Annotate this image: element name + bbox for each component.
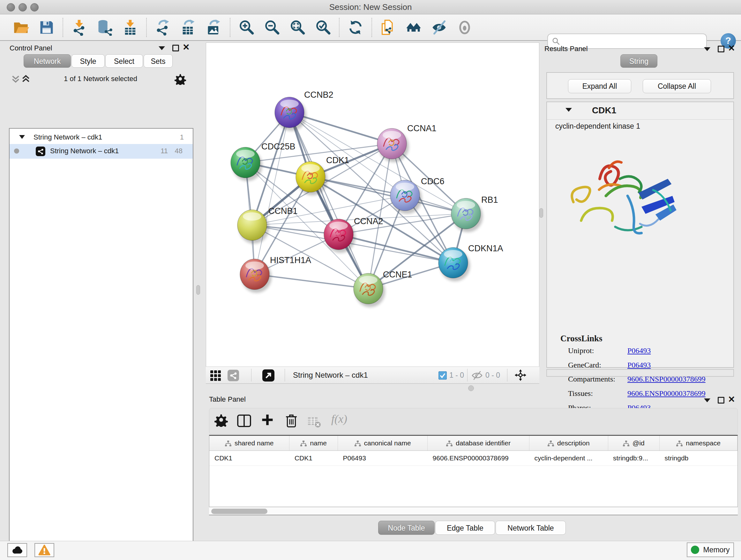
tab-edge-table[interactable]: Edge Table (435, 521, 495, 535)
crosslink-link[interactable]: P06493 (627, 347, 651, 355)
gear-icon[interactable] (174, 73, 186, 85)
network-canvas[interactable]: CCNB2CCNA1CDC25BCDK1CDC6RB1CCNB1CCNA2CDK… (206, 43, 539, 367)
zoom-window-button[interactable] (30, 3, 39, 11)
cloud-status-button[interactable] (7, 543, 27, 557)
node-label: CDK1 (326, 155, 349, 165)
panel-menu-icon[interactable] (704, 398, 711, 402)
close-panel-icon[interactable]: ✕ (728, 396, 735, 403)
birdseye-view-icon[interactable] (262, 369, 274, 381)
zoom-out-icon[interactable] (263, 17, 281, 37)
network-view-icon[interactable] (227, 370, 239, 381)
table-cell[interactable]: CDK1 (209, 451, 289, 466)
table-row[interactable]: CDK1CDK1P064939606.ENSP00000378699cyclin… (209, 451, 738, 466)
table-cell[interactable]: CDK1 (289, 451, 338, 466)
delete-column-icon[interactable] (285, 413, 298, 428)
tab-network-table[interactable]: Network Table (495, 521, 566, 535)
warning-status-button[interactable] (35, 543, 54, 557)
export-network-icon[interactable] (153, 17, 172, 37)
tab-style[interactable]: Style (71, 54, 105, 68)
section-expander-icon[interactable] (565, 108, 572, 112)
network-row-selected[interactable]: String Network – cdk1 11 48 (10, 144, 193, 159)
memory-button[interactable]: Memory (687, 543, 734, 557)
import-network-icon[interactable] (70, 17, 88, 37)
zoom-selected-icon[interactable] (314, 17, 332, 37)
crosslink-link[interactable]: P06493 (627, 361, 651, 369)
tab-string[interactable]: String (620, 54, 657, 68)
float-panel-icon[interactable] (718, 46, 724, 52)
hide-graphics-details-icon[interactable] (430, 17, 448, 37)
collection-expander-icon[interactable] (19, 135, 25, 139)
table-cell[interactable]: stringdb:9... (608, 451, 660, 466)
column-header[interactable]: description (529, 436, 608, 451)
float-panel-icon[interactable] (718, 397, 724, 403)
crosshair-icon[interactable] (515, 369, 527, 381)
column-header[interactable]: @id (608, 436, 660, 451)
network-node-RB1[interactable] (451, 198, 483, 232)
table-options-gear-icon[interactable] (214, 413, 228, 427)
table-horizontal-scrollbar[interactable] (209, 507, 738, 515)
scrollbar-thumb[interactable] (211, 509, 267, 514)
string-homes-icon[interactable] (404, 17, 423, 37)
network-edge[interactable] (255, 274, 368, 289)
column-header[interactable]: name (289, 436, 338, 451)
tab-sets[interactable]: Sets (144, 54, 173, 68)
export-table-icon[interactable] (179, 17, 198, 37)
import-network-from-database-icon[interactable] (95, 17, 114, 37)
close-window-button[interactable] (7, 3, 15, 11)
panel-menu-icon[interactable] (158, 46, 165, 50)
grid-view-icon[interactable] (210, 370, 221, 381)
refresh-icon[interactable] (346, 17, 365, 37)
network-node-CCNA1[interactable] (377, 128, 409, 162)
float-panel-icon[interactable] (172, 45, 179, 51)
show-graphics-details-icon[interactable] (455, 17, 474, 37)
table-cell[interactable]: cyclin-dependent ... (529, 451, 608, 466)
expand-all-button[interactable]: Expand All (568, 79, 631, 93)
node-table: shared namenamecanonical namedatabase id… (209, 436, 738, 466)
network-collection-row[interactable]: String Network – cdk1 1 (10, 131, 193, 145)
save-session-icon[interactable] (37, 17, 56, 37)
network-node-CDK1[interactable] (296, 162, 327, 195)
tab-node-table[interactable]: Node Table (378, 521, 434, 535)
export-image-icon[interactable] (205, 17, 223, 37)
collapse-all-button[interactable]: Collapse All (643, 79, 711, 93)
tab-select[interactable]: Select (105, 54, 143, 68)
document-share-icon[interactable] (379, 17, 397, 37)
table-cell[interactable]: stringdb (660, 451, 738, 466)
left-splitter-handle[interactable] (196, 285, 200, 295)
panel-menu-icon[interactable] (704, 47, 711, 51)
column-header[interactable]: database identifier (428, 436, 529, 451)
add-column-icon[interactable] (260, 413, 274, 427)
expand-collapse-box: Expand All Collapse All (546, 72, 734, 99)
string-network-icon (36, 146, 45, 156)
tab-network[interactable]: Network (23, 54, 71, 68)
close-panel-icon[interactable]: ✕ (183, 44, 190, 51)
protein-structure-image[interactable] (562, 149, 684, 252)
collapse-all-icon[interactable] (11, 74, 20, 84)
import-table-icon[interactable] (121, 17, 139, 37)
network-edge[interactable] (255, 112, 289, 274)
network-node-CCNB2[interactable] (275, 97, 307, 131)
results-panel-title: Results Panel (544, 45, 588, 53)
table-cell[interactable]: 9606.ENSP00000378699 (428, 451, 529, 466)
open-session-icon[interactable] (12, 17, 30, 37)
column-header[interactable]: shared name (209, 436, 289, 451)
network-node-HIST1H1A[interactable] (240, 259, 272, 293)
network-edge[interactable] (368, 144, 392, 289)
network-node-CDKN1A[interactable] (439, 247, 470, 281)
bottom-splitter-handle[interactable] (468, 385, 474, 391)
zoom-fit-icon[interactable] (288, 17, 307, 37)
table-cell[interactable]: P06493 (338, 451, 428, 466)
node-table-container[interactable]: shared namenamecanonical namedatabase id… (209, 435, 738, 507)
node-label: CDC25B (261, 142, 295, 151)
node-label: CDC6 (421, 177, 445, 186)
column-header[interactable]: canonical name (338, 436, 428, 451)
minimize-window-button[interactable] (18, 3, 27, 11)
network-node-CDC25B[interactable] (231, 147, 262, 181)
close-panel-icon[interactable]: ✕ (728, 45, 735, 52)
zoom-in-icon[interactable] (237, 17, 256, 37)
expand-all-icon[interactable] (21, 74, 30, 84)
selected-checkbox-icon[interactable] (439, 371, 447, 380)
show-columns-icon[interactable] (237, 414, 252, 428)
results-scroll-strip[interactable] (546, 369, 734, 377)
column-header[interactable]: namespace (660, 436, 738, 451)
